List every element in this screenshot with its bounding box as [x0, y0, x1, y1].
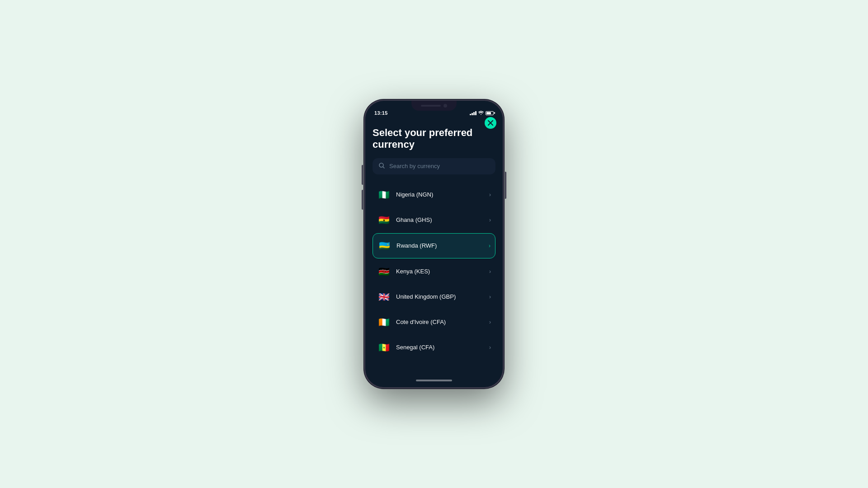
battery-icon	[486, 111, 494, 115]
phone-shell: 13:15	[364, 99, 504, 389]
phone-device: 13:15	[364, 99, 504, 389]
status-bar: 13:15	[365, 101, 503, 121]
flag-nigeria: 🇳🇬	[377, 188, 391, 202]
power-button[interactable]	[505, 172, 506, 199]
currency-item-senegal[interactable]: 🇸🇳 Senegal (CFA) ›	[373, 335, 495, 360]
currency-name-ivory: Cote d'Ivoire (CFA)	[396, 319, 446, 325]
wifi-icon	[478, 111, 484, 116]
search-placeholder: Search by currency	[389, 163, 440, 169]
currency-name-uk: United Kingdom (GBP)	[396, 293, 456, 300]
speaker	[421, 105, 441, 107]
flag-ghana: 🇬🇭	[377, 213, 391, 227]
search-bar[interactable]: Search by currency	[373, 158, 495, 174]
page-title: Select your preferred currency	[373, 127, 495, 151]
currency-item-kenya[interactable]: 🇰🇪 Kenya (KES) ›	[373, 259, 495, 284]
chevron-right-uk: ›	[489, 294, 491, 300]
search-icon	[379, 163, 385, 170]
chevron-right-rwanda: ›	[489, 243, 491, 249]
volume-down-button[interactable]	[362, 190, 363, 210]
currency-name-senegal: Senegal (CFA)	[396, 344, 434, 351]
chevron-right-ivory: ›	[489, 319, 491, 325]
close-button[interactable]	[485, 117, 496, 129]
status-icons	[470, 111, 494, 116]
signal-icon	[470, 111, 476, 115]
currency-name-rwanda: Rwanda (RWF)	[396, 242, 437, 249]
flag-kenya: 🇰🇪	[377, 265, 391, 278]
home-bar	[416, 380, 452, 381]
currency-name-nigeria: Nigeria (NGN)	[396, 191, 433, 198]
currency-item-ivory[interactable]: 🇨🇮 Cote d'Ivoire (CFA) ›	[373, 310, 495, 334]
flag-rwanda: 🇷🇼	[377, 239, 391, 253]
phone-screen: 13:15	[365, 101, 503, 387]
content-area: Select your preferred currency Search by…	[365, 121, 503, 374]
currency-list: 🇳🇬 Nigeria (NGN) › 🇬🇭 Ghana (GHS) ›	[373, 183, 495, 360]
chevron-right-senegal: ›	[489, 344, 491, 351]
chevron-right-nigeria: ›	[489, 192, 491, 198]
battery-fill	[486, 112, 491, 114]
flag-uk: 🇬🇧	[377, 290, 391, 304]
currency-item-rwanda[interactable]: 🇷🇼 Rwanda (RWF) ›	[373, 233, 495, 258]
flag-senegal: 🇸🇳	[377, 341, 391, 354]
chevron-right-kenya: ›	[489, 268, 491, 275]
currency-name-kenya: Kenya (KES)	[396, 268, 430, 275]
flag-ivory: 🇨🇮	[377, 315, 391, 329]
notch	[411, 101, 457, 111]
currency-item-uk[interactable]: 🇬🇧 United Kingdom (GBP) ›	[373, 285, 495, 309]
currency-item-nigeria[interactable]: 🇳🇬 Nigeria (NGN) ›	[373, 183, 495, 207]
volume-up-button[interactable]	[362, 165, 363, 185]
home-indicator	[365, 374, 503, 387]
currency-item-ghana[interactable]: 🇬🇭 Ghana (GHS) ›	[373, 208, 495, 232]
chevron-right-ghana: ›	[489, 217, 491, 223]
status-time: 13:15	[374, 110, 388, 116]
camera	[443, 104, 447, 108]
currency-name-ghana: Ghana (GHS)	[396, 216, 432, 223]
